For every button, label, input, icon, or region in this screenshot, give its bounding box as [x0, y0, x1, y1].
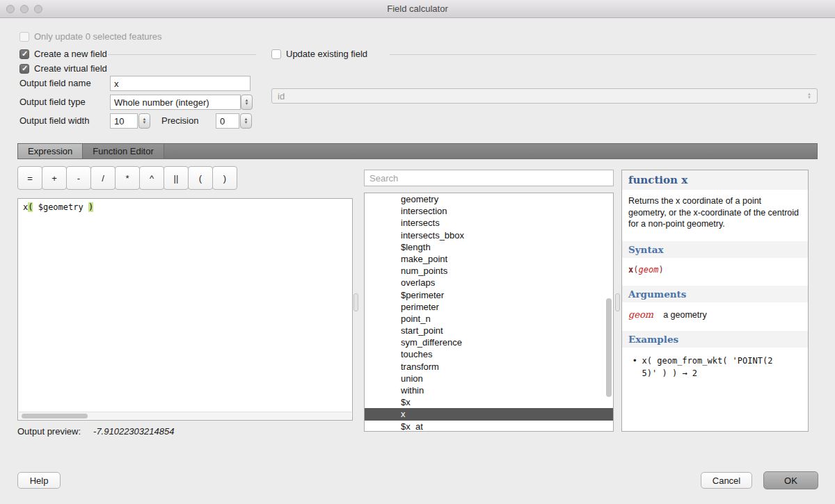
example-code: x( geom_from_wkt( 'POINT(2 5)' ) ) → 2 [642, 355, 792, 380]
function-list-item[interactable]: transform [365, 361, 613, 373]
function-list-item[interactable]: overlaps [365, 277, 613, 288]
arguments-heading: Arguments [622, 286, 808, 302]
example-item: • x( geom_from_wkt( 'POINT(2 5)' ) ) → 2 [622, 348, 808, 387]
tab-expression[interactable]: Expression [18, 144, 83, 158]
help-title: function x [622, 170, 808, 190]
tab-expression-label: Expression [28, 146, 72, 156]
panel-splitter-left[interactable] [353, 293, 358, 311]
function-list-item[interactable]: $perimeter [365, 289, 613, 301]
tab-function-editor-label: Function Editor [93, 146, 153, 156]
horizontal-scrollbar[interactable] [19, 412, 351, 419]
syntax-close-paren: ) [658, 265, 663, 275]
tab-bar: Expression Function Editor [17, 143, 818, 159]
operator-button[interactable]: + [42, 166, 67, 190]
operator-button[interactable]: ( [188, 166, 213, 190]
function-help-panel: function x Returns the x coordinate of a… [621, 170, 809, 432]
chevron-up-down-icon: ▲▼ [807, 92, 811, 99]
function-list-item[interactable]: perimeter [365, 301, 613, 313]
example-expression: x( geom_from_wkt( 'POINT(2 5)' ) ) [642, 356, 773, 379]
panel-splitter-right[interactable] [615, 293, 620, 311]
function-list-item[interactable]: $x_at [365, 421, 613, 432]
expression-code: x( $geometry ) [18, 199, 352, 216]
output-preview: Output preview:-7.91022303214854 [17, 426, 174, 437]
arrow-icon: → [682, 368, 687, 378]
output-field-type-select[interactable]: Whole number (integer) [110, 95, 241, 110]
output-field-name-label: Output field name [19, 78, 91, 88]
precision-row: Precision [161, 115, 198, 126]
function-list-item[interactable]: touches [365, 348, 613, 360]
tab-function-editor[interactable]: Function Editor [83, 144, 164, 158]
output-field-width-row: Output field width [19, 115, 89, 126]
expression-arg: $geometry [33, 202, 88, 212]
operator-button[interactable]: ^ [139, 166, 164, 190]
output-field-type-label: Output field type [19, 97, 86, 107]
cancel-button[interactable]: Cancel [701, 472, 752, 489]
create-virtual-label: Create virtual field [34, 63, 107, 74]
precision-stepper-icon[interactable]: ▲▼ [240, 113, 252, 129]
function-list-item[interactable]: geometry [365, 193, 613, 205]
function-list-item[interactable]: num_points [365, 265, 613, 277]
function-list-item[interactable]: $x [365, 396, 613, 408]
update-existing-field-row: Update existing field [271, 49, 367, 59]
search-input[interactable] [364, 170, 614, 186]
operator-button[interactable]: * [115, 166, 140, 190]
function-list-item[interactable]: union [365, 373, 613, 384]
create-virtual-field-row: Create virtual field [19, 63, 107, 74]
vertical-scrollbar-thumb[interactable] [606, 298, 612, 397]
output-preview-label: Output preview: [17, 426, 81, 437]
function-list-item[interactable]: point_n [365, 313, 613, 325]
help-description: Returns the x coordinate of a point geom… [622, 190, 808, 237]
output-field-type-row: Output field type [19, 97, 86, 107]
help-button[interactable]: Help [17, 472, 61, 489]
syntax-heading: Syntax [622, 241, 808, 258]
argument-row: geoma geometry [622, 302, 808, 327]
output-field-width-label: Output field width [19, 115, 89, 126]
examples-heading: Examples [622, 331, 808, 348]
function-list-item[interactable]: start_point [365, 325, 613, 336]
window-title: Field calculator [0, 3, 835, 14]
only-update-row: Only update 0 selected features [19, 31, 162, 42]
only-update-label: Only update 0 selected features [34, 31, 162, 42]
create-new-field-row: Create a new field [19, 49, 107, 59]
function-list-item[interactable]: within [365, 384, 613, 396]
example-result: 2 [692, 368, 697, 378]
operator-button[interactable]: ) [212, 166, 237, 190]
argument-name: geom [628, 309, 653, 320]
ok-button[interactable]: OK [763, 471, 818, 489]
function-list-item[interactable]: sym_difference [365, 336, 613, 348]
existing-field-select[interactable]: id ▲▼ [271, 88, 818, 104]
operator-button[interactable]: = [17, 166, 42, 190]
output-field-width-input[interactable] [110, 113, 138, 129]
syntax-code: x(geom) [622, 258, 808, 282]
function-list-item[interactable]: intersection [365, 205, 613, 217]
bullet-icon: • [633, 355, 637, 380]
expression-editor[interactable]: x( $geometry ) [17, 198, 353, 421]
function-list[interactable]: geometryintersectionintersectsintersects… [364, 193, 614, 432]
function-list-item[interactable]: $length [365, 241, 613, 253]
title-bar[interactable]: Field calculator [0, 0, 835, 18]
operator-button[interactable]: - [66, 166, 91, 190]
output-field-name-input[interactable] [110, 76, 250, 91]
argument-description: a geometry [663, 310, 707, 320]
function-list-item[interactable]: make_point [365, 253, 613, 265]
function-list-item[interactable]: x [365, 408, 613, 420]
update-existing-checkbox[interactable] [271, 49, 281, 59]
output-field-width-stepper-icon[interactable]: ▲▼ [138, 113, 150, 129]
operator-button[interactable]: || [164, 166, 189, 190]
function-list-item[interactable]: intersects [365, 217, 613, 229]
create-virtual-checkbox[interactable] [19, 64, 29, 74]
output-field-type-value: Whole number (integer) [114, 97, 209, 108]
create-new-field-checkbox[interactable] [19, 49, 29, 59]
function-list-item[interactable]: intersects_bbox [365, 229, 613, 241]
precision-input[interactable] [216, 113, 239, 129]
output-field-name-row: Output field name [19, 78, 91, 88]
only-update-checkbox[interactable] [19, 32, 29, 42]
syntax-arg: geom [638, 265, 658, 275]
group-separator-right [390, 54, 816, 55]
horizontal-scrollbar-thumb[interactable] [22, 414, 88, 418]
output-field-type-stepper-icon[interactable]: ▲▼ [241, 95, 253, 110]
operator-button[interactable]: / [90, 166, 116, 190]
operator-row: =+-/*^||() [17, 166, 237, 190]
precision-label: Precision [161, 115, 198, 126]
group-separator-left [108, 54, 256, 55]
